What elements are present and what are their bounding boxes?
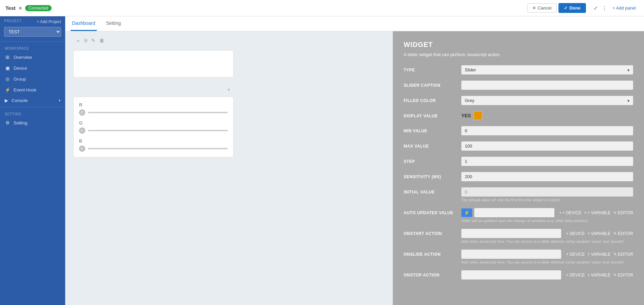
auto-updated-device-button[interactable]: + + DEVICE [559,210,581,215]
initial-value-label: INITIAL VALUE [404,187,461,194]
page-title: Test [5,5,16,11]
onslide-input-row: + DEVICE + VARIABLE ✎ EDITOR [461,250,633,259]
onslide-variable-button[interactable]: + VARIABLE [587,252,610,257]
auto-updated-variable-button[interactable]: + + VARIABLE [584,210,610,215]
add-widget-icon[interactable]: ＋ [75,37,81,45]
background-content: ＋ ⎘ ✎ 🗑 ＋ R [65,31,242,160]
tab-setting-label: Setting [106,20,121,26]
tab-setting[interactable]: Setting [105,16,123,31]
delete-icon[interactable]: 🗑 [98,37,105,45]
top-bar-actions: ✕ Cancel ✓ Done ⤢ ⋮ + Add panel [527,3,639,13]
onslide-input[interactable] [461,250,561,259]
auto-updated-row: AUTO UPDATED VALUE ⚡ + + DEVICE [404,208,633,223]
add-panel-label: + Add panel [612,5,636,11]
sidebar-divider-1 [0,41,65,42]
auto-updated-control: ⚡ + + DEVICE + + VARIABLE [461,208,633,223]
display-value-color-box[interactable] [474,111,482,120]
onslide-row: ONSLIDE ACTION + DEVICE + VARIABLE ✎ EDI… [404,250,633,264]
widget-panel: WIDGET A slider widget that can perform … [393,31,644,305]
slider-b-group: B [79,138,228,152]
display-value-row: DISPLAY VALUE YES [404,111,633,120]
type-field-row: TYPE Slider Button Toggle Text Gauge [404,65,633,74]
onstart-device-button[interactable]: + DEVICE [566,231,585,236]
sidebar-item-label: Device [14,66,27,71]
onstop-device-button[interactable]: + DEVICE [566,273,585,277]
more-options-icon[interactable]: ⋮ [601,4,608,13]
min-value-label: MIN VALUE [404,126,461,133]
sidebar-item-console[interactable]: ▶ Console ▾ [0,95,65,106]
onstop-control: + DEVICE + VARIABLE ✎ EDITOR [461,270,633,279]
sensitivity-input[interactable]: 200 [461,172,633,181]
filled-color-control: Grey Red Green Blue Orange [461,96,633,105]
edit-icon[interactable]: ✎ [90,37,96,45]
onstop-input[interactable] [461,270,561,279]
slider-caption-control [461,81,633,90]
step-label: STEP [404,157,461,164]
step-input[interactable]: 1 [461,157,633,166]
onslide-editor-button[interactable]: ✎ EDITOR [613,252,633,257]
slider-r-track[interactable] [88,112,228,113]
max-value-input[interactable]: 100 [461,141,633,151]
expand-icon[interactable]: ⤢ [592,4,599,13]
slider-r-row [79,109,228,116]
sidebar-item-event-hook[interactable]: ⚡ Event Hook [0,84,65,95]
slider-b-track[interactable] [88,148,228,149]
slider-b-thumb[interactable] [79,146,85,152]
slider-g-label: G [79,120,228,125]
filled-color-select[interactable]: Grey Red Green Blue Orange [461,96,633,105]
min-value-control: 0 [461,126,633,135]
add-row-toolbar: ＋ [71,83,236,97]
onslide-control: + DEVICE + VARIABLE ✎ EDITOR Add some Ja… [461,250,633,264]
min-value-input[interactable]: 0 [461,126,633,135]
content-area: Dashboard Setting ＋ ⎘ ✎ 🗑 ＋ [65,16,644,305]
sidebar-item-group[interactable]: ◎ Group [0,73,65,84]
cancel-button[interactable]: ✕ Cancel [527,3,556,13]
tab-dashboard[interactable]: Dashboard [71,16,97,31]
copy-icon[interactable]: ⎘ [84,37,88,45]
slider-panel: R G B [73,97,234,157]
max-value-label: MAX VALUE [404,141,461,149]
project-select[interactable]: TEST [4,27,61,37]
workspace-section-label: WORKSPACE [0,43,65,52]
onstop-input-row: + DEVICE + VARIABLE ✎ EDITOR [461,270,633,279]
type-select[interactable]: Slider Button Toggle Text Gauge [461,65,633,74]
onstop-label: ONSTOP ACTION [404,270,461,277]
slider-g-thumb[interactable] [79,128,85,134]
onstart-label: ONSTART ACTION [404,229,461,236]
add-project-button[interactable]: + Add Project [37,19,61,24]
add-panel-button[interactable]: + Add panel [610,4,639,12]
min-value-row: MIN VALUE 0 [404,126,633,135]
add-row-icon[interactable]: ＋ [225,86,232,94]
overview-icon: ⊞ [5,54,10,60]
connection-status: Connected [25,5,52,11]
done-button[interactable]: ✓ Done [558,3,586,13]
sidebar-item-setting[interactable]: ⚙ Setting [0,117,65,128]
sidebar-item-label: Group [14,77,26,82]
display-value-inner: YES [461,111,633,120]
check-icon: ✓ [564,5,568,11]
onstop-variable-button[interactable]: + VARIABLE [587,273,610,277]
slider-r-thumb[interactable] [79,109,85,116]
initial-value-input[interactable]: 0 [461,187,633,197]
plus-icon: + [559,210,562,215]
editor-btn-label: ✎ EDITOR [613,210,633,215]
sidebar-item-device[interactable]: ▣ Device [0,63,65,73]
sidebar-divider-2 [0,107,65,107]
slider-caption-input[interactable] [461,81,633,90]
slider-r-label: R [79,102,228,107]
slider-g-row [79,128,228,134]
onstart-control: + DEVICE + VARIABLE ✎ EDITOR Add some Ja… [461,229,633,243]
top-bar-left: Test Connected [5,5,52,11]
auto-updated-input[interactable] [474,208,554,217]
onstart-variable-button[interactable]: + VARIABLE [587,231,610,236]
sensitivity-row: SENSITIVITY (MS) 200 [404,172,633,181]
auto-updated-editor-button[interactable]: ✎ EDITOR [613,210,633,215]
type-label: TYPE [404,65,461,72]
sidebar-item-overview[interactable]: ⊞ Overview [0,52,65,63]
auto-updated-lightning-button[interactable]: ⚡ [461,208,472,217]
slider-g-track[interactable] [88,130,228,131]
onslide-device-button[interactable]: + DEVICE [566,252,585,257]
onstart-input[interactable] [461,229,561,238]
onstop-editor-button[interactable]: ✎ EDITOR [613,273,633,277]
onstart-editor-button[interactable]: ✎ EDITOR [613,231,633,236]
